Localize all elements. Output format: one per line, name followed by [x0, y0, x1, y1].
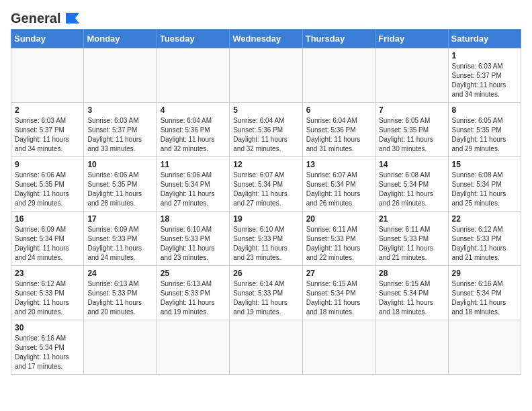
calendar: SundayMondayTuesdayWednesdayThursdayFrid… — [11, 29, 521, 375]
day-info: Sunrise: 6:07 AM Sunset: 5:34 PM Dayligh… — [306, 171, 371, 208]
day-number: 1 — [452, 51, 517, 60]
day-info: Sunrise: 6:15 AM Sunset: 5:34 PM Dayligh… — [379, 279, 444, 317]
calendar-week-row: 23Sunrise: 6:12 AM Sunset: 5:33 PM Dayli… — [11, 266, 521, 320]
calendar-cell: 4Sunrise: 6:04 AM Sunset: 5:36 PM Daylig… — [157, 103, 229, 157]
svg-marker-0 — [66, 13, 79, 24]
day-number: 5 — [233, 105, 298, 115]
day-info: Sunrise: 6:12 AM Sunset: 5:33 PM Dayligh… — [15, 279, 80, 317]
day-number: 22 — [452, 214, 517, 224]
day-number: 10 — [87, 160, 152, 169]
calendar-week-row: 16Sunrise: 6:09 AM Sunset: 5:34 PM Dayli… — [11, 212, 521, 266]
calendar-cell: 7Sunrise: 6:05 AM Sunset: 5:35 PM Daylig… — [375, 103, 448, 157]
day-info: Sunrise: 6:09 AM Sunset: 5:34 PM Dayligh… — [15, 225, 80, 263]
day-number: 23 — [15, 269, 80, 278]
day-info: Sunrise: 6:05 AM Sunset: 5:35 PM Dayligh… — [379, 116, 444, 154]
calendar-week-row: 9Sunrise: 6:06 AM Sunset: 5:35 PM Daylig… — [11, 157, 521, 212]
calendar-cell — [448, 320, 521, 375]
calendar-cell: 24Sunrise: 6:13 AM Sunset: 5:33 PM Dayli… — [84, 266, 157, 320]
calendar-cell — [157, 48, 229, 103]
day-info: Sunrise: 6:03 AM Sunset: 5:37 PM Dayligh… — [15, 116, 80, 154]
day-info: Sunrise: 6:16 AM Sunset: 5:34 PM Dayligh… — [15, 334, 80, 371]
day-number: 4 — [161, 105, 226, 115]
calendar-cell: 13Sunrise: 6:07 AM Sunset: 5:34 PM Dayli… — [302, 157, 375, 212]
calendar-cell: 27Sunrise: 6:15 AM Sunset: 5:34 PM Dayli… — [302, 266, 375, 320]
day-info: Sunrise: 6:07 AM Sunset: 5:34 PM Dayligh… — [233, 171, 298, 208]
calendar-cell: 11Sunrise: 6:06 AM Sunset: 5:34 PM Dayli… — [157, 157, 229, 212]
col-header-sunday: Sunday — [11, 30, 84, 48]
day-number: 18 — [161, 214, 226, 224]
day-info: Sunrise: 6:05 AM Sunset: 5:35 PM Dayligh… — [452, 116, 517, 154]
day-number: 19 — [233, 214, 298, 224]
day-info: Sunrise: 6:06 AM Sunset: 5:35 PM Dayligh… — [15, 171, 80, 208]
day-number: 17 — [87, 214, 152, 224]
calendar-cell — [375, 48, 448, 103]
day-number: 7 — [379, 105, 444, 115]
calendar-cell: 2Sunrise: 6:03 AM Sunset: 5:37 PM Daylig… — [11, 103, 84, 157]
day-info: Sunrise: 6:06 AM Sunset: 5:34 PM Dayligh… — [161, 171, 226, 208]
day-info: Sunrise: 6:04 AM Sunset: 5:36 PM Dayligh… — [306, 116, 371, 154]
day-info: Sunrise: 6:03 AM Sunset: 5:37 PM Dayligh… — [452, 62, 517, 99]
day-info: Sunrise: 6:03 AM Sunset: 5:37 PM Dayligh… — [87, 116, 152, 154]
day-number: 2 — [15, 105, 80, 115]
day-info: Sunrise: 6:13 AM Sunset: 5:33 PM Dayligh… — [161, 279, 226, 317]
calendar-cell: 9Sunrise: 6:06 AM Sunset: 5:35 PM Daylig… — [11, 157, 84, 212]
day-number: 3 — [87, 105, 152, 115]
day-number: 14 — [379, 160, 444, 169]
day-info: Sunrise: 6:15 AM Sunset: 5:34 PM Dayligh… — [306, 279, 371, 317]
calendar-cell: 3Sunrise: 6:03 AM Sunset: 5:37 PM Daylig… — [84, 103, 157, 157]
day-number: 12 — [233, 160, 298, 169]
col-header-tuesday: Tuesday — [157, 30, 229, 48]
day-info: Sunrise: 6:13 AM Sunset: 5:33 PM Dayligh… — [87, 279, 152, 317]
calendar-cell — [302, 48, 375, 103]
calendar-cell — [375, 320, 448, 375]
calendar-cell: 30Sunrise: 6:16 AM Sunset: 5:34 PM Dayli… — [11, 320, 84, 375]
calendar-cell: 18Sunrise: 6:10 AM Sunset: 5:33 PM Dayli… — [157, 212, 229, 266]
calendar-cell: 29Sunrise: 6:16 AM Sunset: 5:34 PM Dayli… — [448, 266, 521, 320]
calendar-cell: 1Sunrise: 6:03 AM Sunset: 5:37 PM Daylig… — [448, 48, 521, 103]
calendar-cell: 10Sunrise: 6:06 AM Sunset: 5:35 PM Dayli… — [84, 157, 157, 212]
calendar-cell: 5Sunrise: 6:04 AM Sunset: 5:36 PM Daylig… — [230, 103, 302, 157]
day-number: 26 — [233, 269, 298, 278]
day-info: Sunrise: 6:04 AM Sunset: 5:36 PM Dayligh… — [161, 116, 226, 154]
calendar-cell — [302, 320, 375, 375]
calendar-cell: 12Sunrise: 6:07 AM Sunset: 5:34 PM Dayli… — [230, 157, 302, 212]
day-number: 6 — [306, 105, 371, 115]
calendar-cell: 22Sunrise: 6:12 AM Sunset: 5:33 PM Dayli… — [448, 212, 521, 266]
calendar-cell — [11, 48, 84, 103]
calendar-cell — [230, 320, 302, 375]
day-number: 11 — [161, 160, 226, 169]
day-number: 13 — [306, 160, 371, 169]
calendar-cell: 8Sunrise: 6:05 AM Sunset: 5:35 PM Daylig… — [448, 103, 521, 157]
calendar-cell: 6Sunrise: 6:04 AM Sunset: 5:36 PM Daylig… — [302, 103, 375, 157]
day-number: 15 — [452, 160, 517, 169]
day-info: Sunrise: 6:10 AM Sunset: 5:33 PM Dayligh… — [233, 225, 298, 263]
day-number: 27 — [306, 269, 371, 278]
calendar-header-row: SundayMondayTuesdayWednesdayThursdayFrid… — [11, 30, 521, 48]
day-number: 21 — [379, 214, 444, 224]
col-header-friday: Friday — [375, 30, 448, 48]
day-info: Sunrise: 6:08 AM Sunset: 5:34 PM Dayligh… — [452, 171, 517, 208]
day-info: Sunrise: 6:08 AM Sunset: 5:34 PM Dayligh… — [379, 171, 444, 208]
calendar-week-row: 1Sunrise: 6:03 AM Sunset: 5:37 PM Daylig… — [11, 48, 521, 103]
day-number: 24 — [87, 269, 152, 278]
day-number: 8 — [452, 105, 517, 115]
calendar-cell: 28Sunrise: 6:15 AM Sunset: 5:34 PM Dayli… — [375, 266, 448, 320]
calendar-cell: 23Sunrise: 6:12 AM Sunset: 5:33 PM Dayli… — [11, 266, 84, 320]
day-info: Sunrise: 6:09 AM Sunset: 5:33 PM Dayligh… — [87, 225, 152, 263]
day-number: 16 — [15, 214, 80, 224]
calendar-cell: 19Sunrise: 6:10 AM Sunset: 5:33 PM Dayli… — [230, 212, 302, 266]
day-number: 20 — [306, 214, 371, 224]
col-header-wednesday: Wednesday — [230, 30, 302, 48]
calendar-cell: 21Sunrise: 6:11 AM Sunset: 5:33 PM Dayli… — [375, 212, 448, 266]
day-number: 29 — [452, 269, 517, 278]
col-header-saturday: Saturday — [448, 30, 521, 48]
calendar-cell: 14Sunrise: 6:08 AM Sunset: 5:34 PM Dayli… — [375, 157, 448, 212]
day-info: Sunrise: 6:14 AM Sunset: 5:33 PM Dayligh… — [233, 279, 298, 317]
day-info: Sunrise: 6:12 AM Sunset: 5:33 PM Dayligh… — [452, 225, 517, 263]
calendar-cell — [84, 320, 157, 375]
calendar-cell — [230, 48, 302, 103]
day-info: Sunrise: 6:10 AM Sunset: 5:33 PM Dayligh… — [161, 225, 226, 263]
day-number: 28 — [379, 269, 444, 278]
calendar-week-row: 30Sunrise: 6:16 AM Sunset: 5:34 PM Dayli… — [11, 320, 521, 375]
calendar-cell: 20Sunrise: 6:11 AM Sunset: 5:33 PM Dayli… — [302, 212, 375, 266]
